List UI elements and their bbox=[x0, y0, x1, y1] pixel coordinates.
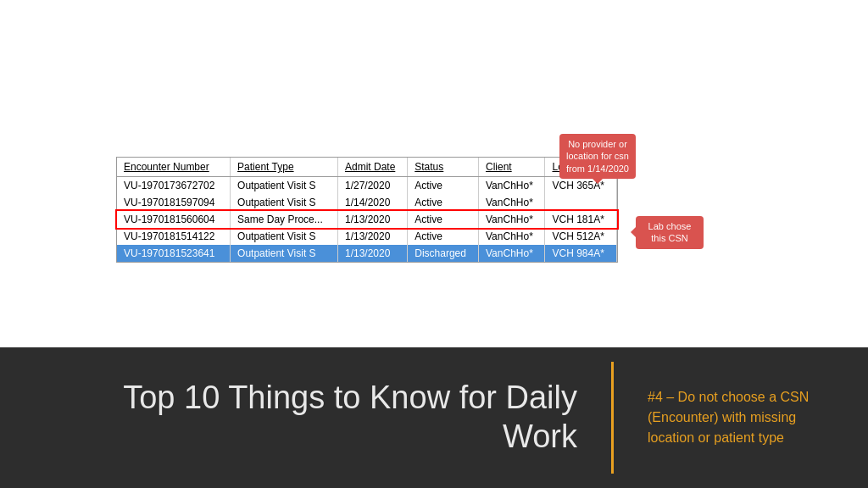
table-cell: Discharged bbox=[408, 245, 479, 262]
table-row[interactable]: VU-1970181523641Outpatient Visit S1/13/2… bbox=[117, 245, 617, 262]
table-cell: VU-1970181560604 bbox=[117, 211, 231, 228]
table-cell bbox=[545, 194, 617, 211]
top-area: Encounter Number Patient Type Admit Date… bbox=[0, 0, 868, 347]
table-cell: 1/13/2020 bbox=[337, 245, 407, 262]
table-cell: VU-1970181523641 bbox=[117, 245, 231, 262]
table-cell: Outpatient Visit S bbox=[231, 194, 338, 211]
banner-right: #4 – Do not choose a CSN (Encounter) wit… bbox=[614, 370, 868, 465]
table-cell: Outpatient Visit S bbox=[231, 177, 338, 195]
table-cell: Active bbox=[408, 211, 479, 228]
table-cell: VanChHo* bbox=[479, 245, 545, 262]
banner-title: Top 10 Things to Know for Daily Work bbox=[123, 379, 577, 456]
table-row[interactable]: VU-1970173672702Outpatient Visit S1/27/2… bbox=[117, 177, 617, 195]
table-row[interactable]: VU-1970181560604Same Day Proce...1/13/20… bbox=[117, 211, 617, 228]
table-cell: VanChHo* bbox=[479, 228, 545, 245]
tooltip-lab-csn: Lab chose this CSN bbox=[636, 216, 704, 249]
table-cell: 1/13/2020 bbox=[337, 228, 407, 245]
table-cell: 1/14/2020 bbox=[337, 194, 407, 211]
col-admit-date: Admit Date bbox=[337, 158, 407, 177]
banner-subtitle: #4 – Do not choose a CSN (Encounter) wit… bbox=[648, 387, 834, 448]
table-row[interactable]: VU-1970181597094Outpatient Visit S1/14/2… bbox=[117, 194, 617, 211]
bottom-banner: Top 10 Things to Know for Daily Work #4 … bbox=[0, 347, 868, 488]
table-cell: Same Day Proce... bbox=[231, 211, 338, 228]
banner-left: Top 10 Things to Know for Daily Work bbox=[0, 362, 614, 473]
table-cell: 1/27/2020 bbox=[337, 177, 407, 195]
table-row[interactable]: VU-1970181514122Outpatient Visit S1/13/2… bbox=[117, 228, 617, 245]
table-container: Encounter Number Patient Type Admit Date… bbox=[116, 157, 618, 263]
col-client: Client bbox=[479, 158, 545, 177]
tooltip-no-provider: No provider or location for csn from 1/1… bbox=[559, 134, 636, 179]
table-cell: Outpatient Visit S bbox=[231, 245, 338, 262]
table-cell: VU-1970173672702 bbox=[117, 177, 231, 195]
table-cell: VanChHo* bbox=[479, 177, 545, 195]
encounter-table: Encounter Number Patient Type Admit Date… bbox=[117, 158, 617, 262]
table-cell: VCH 181A* bbox=[545, 211, 617, 228]
table-header-row: Encounter Number Patient Type Admit Date… bbox=[117, 158, 617, 177]
table-cell: Active bbox=[408, 228, 479, 245]
table-cell: 1/13/2020 bbox=[337, 211, 407, 228]
table-cell: Active bbox=[408, 194, 479, 211]
table-cell: Outpatient Visit S bbox=[231, 228, 338, 245]
col-patient-type: Patient Type bbox=[231, 158, 338, 177]
col-status: Status bbox=[408, 158, 479, 177]
table-cell: Active bbox=[408, 177, 479, 195]
table-cell: VCH 512A* bbox=[545, 228, 617, 245]
table-cell: VanChHo* bbox=[479, 211, 545, 228]
table-cell: VU-1970181514122 bbox=[117, 228, 231, 245]
table-cell: VanChHo* bbox=[479, 194, 545, 211]
table-cell: VCH 365A* bbox=[545, 177, 617, 195]
table-cell: VCH 984A* bbox=[545, 245, 617, 262]
col-encounter-number: Encounter Number bbox=[117, 158, 231, 177]
table-cell: VU-1970181597094 bbox=[117, 194, 231, 211]
